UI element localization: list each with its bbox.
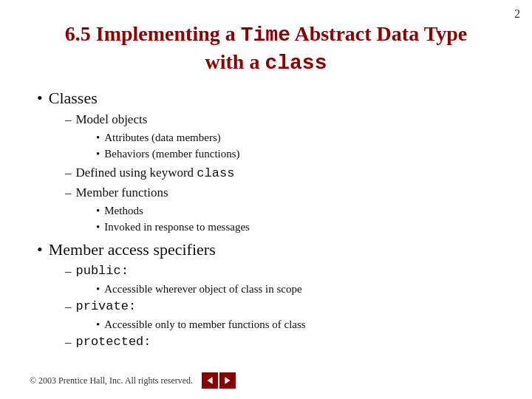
dash-text-member-functions: Member functions: [76, 184, 168, 202]
svg-marker-0: [207, 377, 212, 384]
page-number: 2: [514, 7, 520, 21]
sub-sym-pub: •: [96, 282, 100, 297]
sub-sym-invoked: •: [96, 219, 100, 235]
dash-defined-part1: Defined using keyword: [76, 166, 197, 180]
sub-attributes: • Attributes (data members): [96, 130, 502, 146]
bullet-classes: • Classes: [37, 88, 502, 109]
svg-marker-1: [225, 377, 230, 384]
sub-text-public: Accessible wherever object of class in s…: [104, 282, 301, 297]
title-mono-class: class: [265, 52, 327, 75]
dash-text-private: private:: [76, 298, 137, 316]
sub-behaviors: • Behaviors (member functions): [96, 146, 502, 162]
dash-member-functions: – Member functions: [65, 184, 502, 202]
dash-sym-3: –: [65, 184, 72, 202]
prev-button[interactable]: [202, 372, 218, 389]
next-button[interactable]: [219, 372, 236, 389]
sub-invoked: • Invoked in response to messages: [96, 219, 502, 235]
sub-text-invoked: Invoked in response to messages: [104, 219, 250, 235]
dash-defined-keyword: – Defined using keyword class: [65, 164, 502, 183]
bullet-sym-classes: •: [37, 88, 43, 109]
sub-sym-beh: •: [96, 146, 100, 162]
dash-sym-2: –: [65, 164, 72, 182]
sub-public-desc: • Accessible wherever object of class in…: [96, 282, 502, 297]
sub-private-desc: • Accessible only to member functions of…: [96, 317, 502, 332]
title-mono-time: Time: [241, 24, 290, 47]
sub-text-behaviors: Behaviors (member functions): [104, 146, 239, 162]
prev-icon: [205, 376, 214, 385]
content-area: • Classes – Model objects • Attributes (…: [30, 88, 502, 351]
title-text-part1: 6.5 Implementing a: [65, 22, 241, 45]
nav-buttons: [202, 372, 236, 389]
dash-sym-public: –: [65, 262, 72, 280]
bullet-text-access: Member access specifiers: [49, 239, 216, 261]
sub-text-private: Accessible only to member functions of c…: [104, 317, 305, 332]
dash-sym-private: –: [65, 298, 72, 316]
sub-text-attributes: Attributes (data members): [104, 130, 220, 146]
sub-text-methods: Methods: [104, 203, 143, 219]
slide-title: 6.5 Implementing a Time Abstract Data Ty…: [30, 21, 502, 78]
sub-methods: • Methods: [96, 203, 502, 219]
dash-protected: – protected:: [65, 333, 502, 351]
sub-sym-priv: •: [96, 317, 100, 332]
bullet-member-access: • Member access specifiers: [37, 239, 502, 261]
bullet-text-classes: Classes: [49, 88, 98, 109]
dash-sym-protected: –: [65, 333, 72, 351]
dash-text-public: public:: [76, 262, 129, 280]
dash-text-protected: protected:: [76, 333, 151, 351]
title-line2-part1: with a: [205, 50, 265, 73]
sub-sym-attr: •: [96, 130, 100, 146]
dash-defined-mono: class: [197, 166, 234, 180]
slide: 2 6.5 Implementing a Time Abstract Data …: [0, 0, 532, 399]
title-text-part2: Abstract Data Type: [290, 22, 467, 45]
dash-sym-1: –: [65, 111, 72, 129]
dash-text-defined: Defined using keyword class: [76, 164, 235, 183]
bullet-sym-access: •: [37, 239, 43, 261]
footer-copyright: © 2003 Prentice Hall, Inc. All rights re…: [30, 375, 193, 386]
next-icon: [223, 376, 232, 385]
dash-public: – public:: [65, 262, 502, 280]
footer: © 2003 Prentice Hall, Inc. All rights re…: [30, 372, 236, 389]
dash-model-objects: – Model objects: [65, 111, 502, 129]
sub-sym-methods: •: [96, 203, 100, 219]
dash-text-model-objects: Model objects: [76, 111, 148, 129]
dash-private: – private:: [65, 298, 502, 316]
